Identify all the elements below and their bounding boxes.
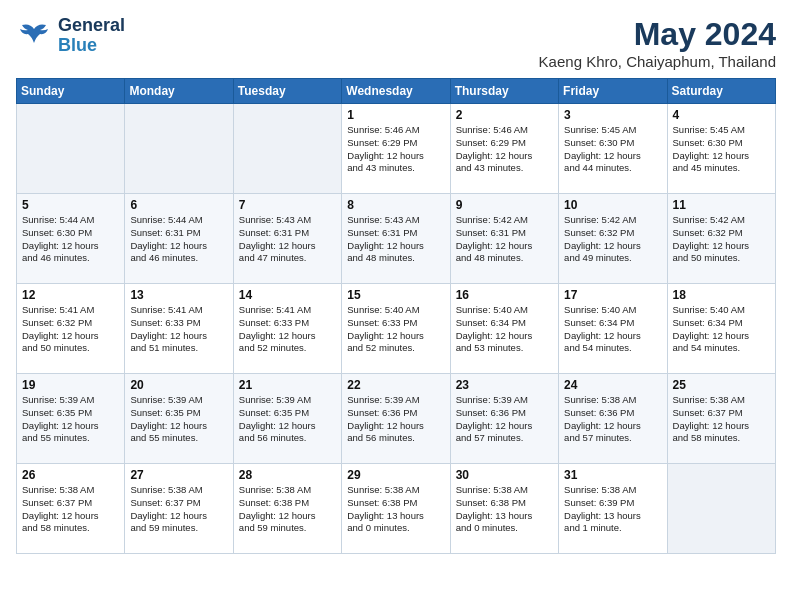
day-info: Sunrise: 5:44 AM Sunset: 6:30 PM Dayligh… [22,214,119,265]
day-number: 20 [130,378,227,392]
day-info: Sunrise: 5:38 AM Sunset: 6:38 PM Dayligh… [239,484,336,535]
day-info: Sunrise: 5:43 AM Sunset: 6:31 PM Dayligh… [239,214,336,265]
weekday-header-row: SundayMondayTuesdayWednesdayThursdayFrid… [17,79,776,104]
calendar-cell [233,104,341,194]
calendar-table: SundayMondayTuesdayWednesdayThursdayFrid… [16,78,776,554]
calendar-cell: 25Sunrise: 5:38 AM Sunset: 6:37 PM Dayli… [667,374,775,464]
day-info: Sunrise: 5:38 AM Sunset: 6:37 PM Dayligh… [22,484,119,535]
day-number: 22 [347,378,444,392]
calendar-week-row: 26Sunrise: 5:38 AM Sunset: 6:37 PM Dayli… [17,464,776,554]
calendar-cell [125,104,233,194]
calendar-week-row: 1Sunrise: 5:46 AM Sunset: 6:29 PM Daylig… [17,104,776,194]
day-number: 31 [564,468,661,482]
day-number: 29 [347,468,444,482]
calendar-cell: 21Sunrise: 5:39 AM Sunset: 6:35 PM Dayli… [233,374,341,464]
logo-icon [16,21,52,51]
calendar-cell: 28Sunrise: 5:38 AM Sunset: 6:38 PM Dayli… [233,464,341,554]
calendar-week-row: 5Sunrise: 5:44 AM Sunset: 6:30 PM Daylig… [17,194,776,284]
day-number: 7 [239,198,336,212]
calendar-cell: 19Sunrise: 5:39 AM Sunset: 6:35 PM Dayli… [17,374,125,464]
day-info: Sunrise: 5:39 AM Sunset: 6:36 PM Dayligh… [456,394,553,445]
day-info: Sunrise: 5:45 AM Sunset: 6:30 PM Dayligh… [673,124,770,175]
calendar-cell: 4Sunrise: 5:45 AM Sunset: 6:30 PM Daylig… [667,104,775,194]
day-number: 15 [347,288,444,302]
day-info: Sunrise: 5:41 AM Sunset: 6:33 PM Dayligh… [130,304,227,355]
day-info: Sunrise: 5:46 AM Sunset: 6:29 PM Dayligh… [456,124,553,175]
day-number: 14 [239,288,336,302]
day-number: 24 [564,378,661,392]
calendar-cell: 26Sunrise: 5:38 AM Sunset: 6:37 PM Dayli… [17,464,125,554]
day-number: 2 [456,108,553,122]
calendar-cell: 12Sunrise: 5:41 AM Sunset: 6:32 PM Dayli… [17,284,125,374]
calendar-cell: 18Sunrise: 5:40 AM Sunset: 6:34 PM Dayli… [667,284,775,374]
page-header: General Blue May 2024 Kaeng Khro, Chaiya… [16,16,776,70]
day-info: Sunrise: 5:46 AM Sunset: 6:29 PM Dayligh… [347,124,444,175]
calendar-cell: 7Sunrise: 5:43 AM Sunset: 6:31 PM Daylig… [233,194,341,284]
day-info: Sunrise: 5:38 AM Sunset: 6:39 PM Dayligh… [564,484,661,535]
month-year-title: May 2024 [539,16,776,53]
day-number: 23 [456,378,553,392]
logo-line2: Blue [58,35,97,55]
day-info: Sunrise: 5:42 AM Sunset: 6:32 PM Dayligh… [673,214,770,265]
calendar-cell: 11Sunrise: 5:42 AM Sunset: 6:32 PM Dayli… [667,194,775,284]
day-number: 26 [22,468,119,482]
day-info: Sunrise: 5:40 AM Sunset: 6:34 PM Dayligh… [673,304,770,355]
calendar-cell: 8Sunrise: 5:43 AM Sunset: 6:31 PM Daylig… [342,194,450,284]
calendar-cell: 2Sunrise: 5:46 AM Sunset: 6:29 PM Daylig… [450,104,558,194]
day-info: Sunrise: 5:38 AM Sunset: 6:37 PM Dayligh… [130,484,227,535]
day-number: 6 [130,198,227,212]
calendar-cell: 1Sunrise: 5:46 AM Sunset: 6:29 PM Daylig… [342,104,450,194]
calendar-cell [17,104,125,194]
logo-text: General Blue [58,16,125,56]
calendar-cell [667,464,775,554]
day-number: 10 [564,198,661,212]
day-info: Sunrise: 5:42 AM Sunset: 6:31 PM Dayligh… [456,214,553,265]
day-number: 8 [347,198,444,212]
day-number: 5 [22,198,119,212]
day-number: 1 [347,108,444,122]
calendar-cell: 15Sunrise: 5:40 AM Sunset: 6:33 PM Dayli… [342,284,450,374]
day-info: Sunrise: 5:38 AM Sunset: 6:38 PM Dayligh… [456,484,553,535]
day-info: Sunrise: 5:38 AM Sunset: 6:36 PM Dayligh… [564,394,661,445]
day-info: Sunrise: 5:39 AM Sunset: 6:35 PM Dayligh… [22,394,119,445]
weekday-header-saturday: Saturday [667,79,775,104]
day-number: 12 [22,288,119,302]
weekday-header-monday: Monday [125,79,233,104]
calendar-cell: 6Sunrise: 5:44 AM Sunset: 6:31 PM Daylig… [125,194,233,284]
day-info: Sunrise: 5:38 AM Sunset: 6:38 PM Dayligh… [347,484,444,535]
day-info: Sunrise: 5:39 AM Sunset: 6:36 PM Dayligh… [347,394,444,445]
calendar-cell: 31Sunrise: 5:38 AM Sunset: 6:39 PM Dayli… [559,464,667,554]
day-info: Sunrise: 5:43 AM Sunset: 6:31 PM Dayligh… [347,214,444,265]
day-number: 17 [564,288,661,302]
day-number: 25 [673,378,770,392]
location-subtitle: Kaeng Khro, Chaiyaphum, Thailand [539,53,776,70]
calendar-cell: 22Sunrise: 5:39 AM Sunset: 6:36 PM Dayli… [342,374,450,464]
day-number: 13 [130,288,227,302]
day-number: 21 [239,378,336,392]
day-number: 19 [22,378,119,392]
calendar-cell: 17Sunrise: 5:40 AM Sunset: 6:34 PM Dayli… [559,284,667,374]
day-info: Sunrise: 5:40 AM Sunset: 6:34 PM Dayligh… [564,304,661,355]
calendar-cell: 23Sunrise: 5:39 AM Sunset: 6:36 PM Dayli… [450,374,558,464]
day-info: Sunrise: 5:42 AM Sunset: 6:32 PM Dayligh… [564,214,661,265]
calendar-cell: 24Sunrise: 5:38 AM Sunset: 6:36 PM Dayli… [559,374,667,464]
calendar-cell: 14Sunrise: 5:41 AM Sunset: 6:33 PM Dayli… [233,284,341,374]
day-number: 27 [130,468,227,482]
calendar-cell: 9Sunrise: 5:42 AM Sunset: 6:31 PM Daylig… [450,194,558,284]
calendar-cell: 5Sunrise: 5:44 AM Sunset: 6:30 PM Daylig… [17,194,125,284]
calendar-cell: 13Sunrise: 5:41 AM Sunset: 6:33 PM Dayli… [125,284,233,374]
calendar-cell: 30Sunrise: 5:38 AM Sunset: 6:38 PM Dayli… [450,464,558,554]
day-number: 11 [673,198,770,212]
day-info: Sunrise: 5:39 AM Sunset: 6:35 PM Dayligh… [130,394,227,445]
logo-line1: General [58,16,125,36]
calendar-cell: 3Sunrise: 5:45 AM Sunset: 6:30 PM Daylig… [559,104,667,194]
weekday-header-tuesday: Tuesday [233,79,341,104]
day-number: 3 [564,108,661,122]
calendar-cell: 29Sunrise: 5:38 AM Sunset: 6:38 PM Dayli… [342,464,450,554]
calendar-cell: 27Sunrise: 5:38 AM Sunset: 6:37 PM Dayli… [125,464,233,554]
day-info: Sunrise: 5:39 AM Sunset: 6:35 PM Dayligh… [239,394,336,445]
weekday-header-thursday: Thursday [450,79,558,104]
calendar-cell: 10Sunrise: 5:42 AM Sunset: 6:32 PM Dayli… [559,194,667,284]
day-info: Sunrise: 5:41 AM Sunset: 6:33 PM Dayligh… [239,304,336,355]
day-number: 28 [239,468,336,482]
